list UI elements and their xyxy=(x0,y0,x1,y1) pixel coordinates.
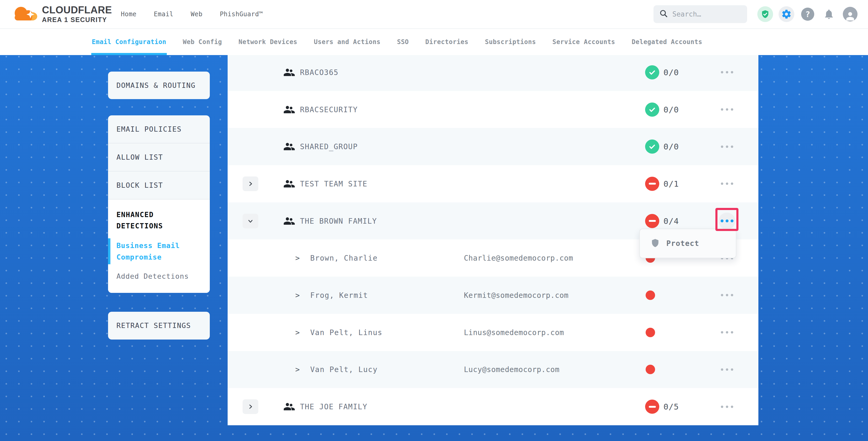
app-window: CLOUDFLARE AREA 1 SECURITY HomeEmailWebP… xyxy=(0,0,868,441)
protected-count: 0/1 xyxy=(663,179,679,189)
row-menu-button[interactable] xyxy=(715,138,739,155)
protected-count: 0/0 xyxy=(663,105,679,114)
sidebar-policies-card: EMAIL POLICIESALLOW LISTBLOCK LIST ENHAN… xyxy=(108,115,210,293)
protected-count: 0/5 xyxy=(663,402,679,411)
tab-sso[interactable]: SSO xyxy=(397,29,409,55)
help-icon[interactable]: ? xyxy=(800,6,815,22)
sidebar-item-added-detections[interactable]: Added Detections xyxy=(117,271,202,282)
unprotected-status-icon xyxy=(645,177,659,191)
expand-group-button[interactable] xyxy=(243,177,258,191)
user-row-van-pelt-linus: >Van Pelt, LinusLinus@somedemocorp.com xyxy=(228,314,758,351)
search-input[interactable] xyxy=(672,10,738,18)
security-status-shield-icon[interactable] xyxy=(757,6,773,22)
tab-delegated-accounts[interactable]: Delegated Accounts xyxy=(632,29,702,55)
chevron-right-icon[interactable]: > xyxy=(295,365,300,374)
user-email: Kermit@somedemocorp.com xyxy=(464,291,568,300)
row-menu-button[interactable] xyxy=(715,287,739,304)
unprotected-status-dot xyxy=(646,290,655,300)
sidebar: DOMAINS & ROUTING EMAIL POLICIESALLOW LI… xyxy=(108,71,210,340)
group-name: SHARED_GROUP xyxy=(300,143,358,151)
tab-directories[interactable]: Directories xyxy=(425,29,468,55)
account-avatar-icon[interactable] xyxy=(842,6,858,22)
protected-status-icon xyxy=(645,139,659,154)
protected-count: 0/0 xyxy=(663,142,679,151)
protect-menu-item[interactable]: Protect xyxy=(666,239,699,248)
collapse-group-button[interactable] xyxy=(243,214,258,228)
row-menu-button[interactable] xyxy=(715,361,739,378)
row-menu-button[interactable] xyxy=(715,176,739,192)
enhanced-detections-heading: ENHANCED DETECTIONS xyxy=(117,209,202,231)
tab-service-accounts[interactable]: Service Accounts xyxy=(553,29,615,55)
user-email: Lucy@somedemocorp.com xyxy=(464,365,560,374)
row-menu-button[interactable] xyxy=(715,101,739,118)
user-name: Van Pelt, Lucy xyxy=(310,365,378,374)
group-row-shared-group: SHARED_GROUP0/0 xyxy=(228,128,758,165)
group-icon xyxy=(283,178,295,190)
unprotected-status-icon xyxy=(645,400,659,414)
tab-email-configuration[interactable]: Email Configuration xyxy=(92,29,166,55)
help-glyph: ? xyxy=(801,8,814,21)
group-icon xyxy=(283,66,295,78)
section-tabs: Email ConfigurationWeb ConfigNetwork Dev… xyxy=(0,29,868,55)
group-icon xyxy=(283,400,295,413)
tab-subscriptions[interactable]: Subscriptions xyxy=(485,29,536,55)
settings-gear-icon[interactable] xyxy=(779,6,794,22)
group-row-rbaco365: RBACO3650/0 xyxy=(228,54,758,91)
tab-web-config[interactable]: Web Config xyxy=(183,29,222,55)
sidebar-item-retract-settings[interactable]: RETRACT SETTINGS xyxy=(108,312,210,340)
sidebar-item-block-list[interactable]: BLOCK LIST xyxy=(108,171,210,199)
chevron-right-icon[interactable]: > xyxy=(295,254,300,262)
enhanced-detections-section: ENHANCED DETECTIONS Business Email Compr… xyxy=(108,199,210,293)
row-menu-button[interactable] xyxy=(718,213,735,229)
sidebar-item-domains-routing[interactable]: DOMAINS & ROUTING xyxy=(108,71,210,99)
unprotected-status-dot xyxy=(646,365,655,374)
main-nav-web[interactable]: Web xyxy=(191,10,203,18)
protected-status-icon xyxy=(645,102,659,117)
sidebar-item-business-email-compromise[interactable]: Business Email Compromise xyxy=(117,240,202,262)
group-icon xyxy=(283,103,295,116)
shield-icon xyxy=(650,238,660,249)
chevron-right-icon[interactable]: > xyxy=(295,291,300,300)
main-nav-home[interactable]: Home xyxy=(121,10,136,18)
row-menu-button[interactable] xyxy=(715,398,739,415)
protected-count: 0/0 xyxy=(663,68,679,77)
group-row-the-joe-family: THE JOE FAMILY0/5 xyxy=(228,388,758,425)
user-name: Brown, Charlie xyxy=(310,254,378,262)
main-nav-email[interactable]: Email xyxy=(154,10,174,18)
expand-group-button[interactable] xyxy=(243,399,258,414)
group-row-test-team-site: TEST TEAM SITE0/1 xyxy=(228,165,758,202)
user-email: Linus@somedemocorp.com xyxy=(464,328,564,337)
user-email: Charlie@somedemocorp.com xyxy=(464,254,573,262)
sidebar-item-allow-list[interactable]: ALLOW LIST xyxy=(108,144,210,171)
row-actions-menu: Protect xyxy=(639,229,736,258)
brand-logo[interactable]: CLOUDFLARE AREA 1 SECURITY xyxy=(10,3,112,25)
sidebar-item-label: RETRACT SETTINGS xyxy=(117,321,191,329)
tab-network-devices[interactable]: Network Devices xyxy=(239,29,298,55)
notifications-bell-icon[interactable] xyxy=(821,6,837,22)
search-icon xyxy=(659,9,668,19)
user-row-frog-kermit: >Frog, KermitKermit@somedemocorp.com xyxy=(228,277,758,314)
group-name: TEST TEAM SITE xyxy=(300,179,367,188)
search-box[interactable] xyxy=(653,5,747,23)
main-nav-phishguard[interactable]: PhishGuard™ xyxy=(220,10,263,18)
group-icon xyxy=(283,215,295,227)
chevron-right-icon[interactable]: > xyxy=(295,328,300,337)
user-row-van-pelt-lucy: >Van Pelt, LucyLucy@somedemocorp.com xyxy=(228,351,758,388)
group-icon xyxy=(283,140,295,153)
group-name: RBACO365 xyxy=(300,68,339,76)
group-name: THE JOE FAMILY xyxy=(300,403,367,411)
protected-status-icon xyxy=(645,65,659,80)
group-row-rbacsecurity: RBACSECURITY0/0 xyxy=(228,91,758,128)
header-actions: ? xyxy=(653,5,858,23)
cloudflare-cloud-icon xyxy=(10,3,39,25)
brand-subtitle: AREA 1 SECURITY xyxy=(42,16,112,23)
sidebar-item-email-policies[interactable]: EMAIL POLICIES xyxy=(108,115,210,144)
tab-users-and-actions[interactable]: Users and Actions xyxy=(314,29,380,55)
row-menu-button[interactable] xyxy=(715,324,739,341)
unprotected-status-icon xyxy=(645,214,659,228)
user-name: Van Pelt, Linus xyxy=(310,328,382,337)
row-menu-button[interactable] xyxy=(715,64,739,81)
group-name: RBACSECURITY xyxy=(300,105,358,114)
user-name: Frog, Kermit xyxy=(310,291,368,300)
group-name: THE BROWN FAMILY xyxy=(300,217,377,225)
